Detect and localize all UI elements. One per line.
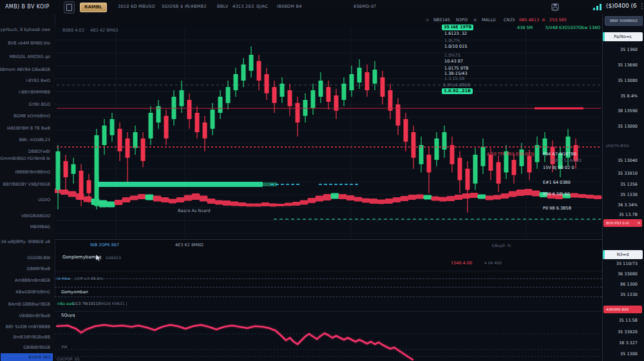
header-primary-button[interactable]: RAMBL: [80, 3, 107, 12]
alert-value: 1540 4.00: [451, 260, 472, 266]
osc-legend-main: +Ba aud: [57, 301, 73, 306]
panel-divider: [55, 239, 602, 240]
osc-legend-params: D13 79(1011): [73, 301, 100, 306]
position-alert-chip[interactable]: BH9 P93 0.0I ×: [603, 219, 642, 227]
panel-divider-dashed: [55, 278, 602, 279]
alert-chip-label: 4/W9M9 B99: [606, 307, 629, 311]
osc-legend-values: 89026 K9B31 |: [99, 301, 127, 306]
panel-divider-dashed: [55, 287, 602, 288]
mouse-cursor-icon: [96, 255, 101, 261]
watchlist-selected-item[interactable]: B1BYB 0B3: [1, 353, 53, 361]
percent-label: 1/Bay0 .%: [491, 243, 511, 248]
alert-chip-label: BH9 P93 0.0I: [606, 221, 629, 225]
panel2-label: Gomyemban: [61, 289, 88, 295]
indicator-tab[interactable]: NIB 2OPK 867: [90, 242, 119, 248]
trading-app-window: AMB) B BV KOIP RAMBL ($)0400 (6 ⋮ BYMMB …: [0, 0, 644, 361]
app-title: AMB) B BV KOIP: [5, 4, 50, 10]
osc-footer: CUCPOP .01: [57, 356, 80, 361]
instrument-code: G06023: [106, 255, 121, 260]
footer-info: (23R L/A BB.B/G: [75, 277, 103, 280]
ladder-selected-row[interactable]: Pa/No=s: [603, 32, 643, 41]
ladder-selected-row[interactable]: N3=d: [603, 250, 643, 259]
osc-name: SQuyq: [61, 313, 75, 318]
gridline: [55, 271, 602, 271]
close-icon[interactable]: ×: [637, 219, 641, 227]
stats-bars-icon[interactable]: [593, 4, 602, 10]
candlestick-chart[interactable]: [55, 27, 602, 239]
osc-mid-label: 4W: [61, 344, 68, 349]
position-alert-chip[interactable]: 4/W9M9 B99: [603, 306, 642, 313]
ladder-header-button[interactable]: BBW 30WBW02: [605, 16, 643, 26]
alert-extra: 4 04 400: [484, 260, 502, 265]
header-bar: AMB) B BV KOIP RAMBL ($)0400 (6 ⋮: [0, 0, 644, 15]
app-logo-icon[interactable]: [64, 1, 75, 14]
save-icon[interactable]: [551, 3, 559, 11]
footer-link[interactable]: (0-4)bw: [57, 277, 70, 280]
overflow-menu-icon[interactable]: ⋮: [638, 2, 644, 10]
indicator-info: 4E3 K2 8M6D: [175, 242, 204, 248]
order-toolbar: BYMMB 0MB0B B0B CD-BUA.00010: [0, 14, 644, 28]
oscillator-chart[interactable]: [55, 298, 602, 361]
watchlist-sidebar: B1BYB 0B3: [0, 14, 55, 361]
panel-divider-dashed: [55, 297, 602, 297]
account-balance: ($)0400 (6: [606, 3, 637, 9]
